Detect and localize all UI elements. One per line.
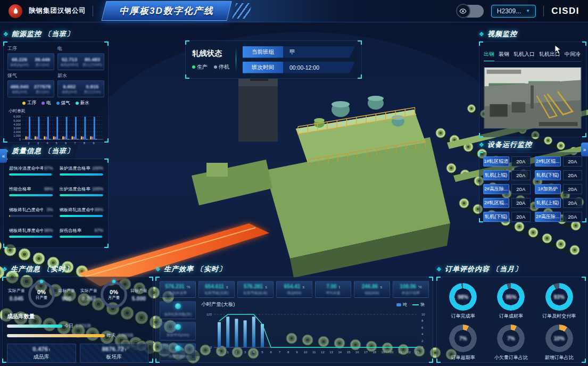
donut-gauge: 95% bbox=[497, 283, 525, 311]
stat-value-row: 576.281 s bbox=[244, 284, 267, 289]
device-row: 2#高压除...20A bbox=[483, 184, 531, 194]
status-pill-label: 班次时间 bbox=[243, 62, 283, 73]
svg-text:3,000: 3,000 bbox=[13, 127, 21, 130]
store-card[interactable]: 8876.72t板坯库 bbox=[80, 344, 149, 363]
quality-panel-header: ❖ 质量信息 〔当班〕 bbox=[3, 146, 109, 156]
panel-title-suffix: 〔当班〕 bbox=[44, 146, 74, 156]
device-label-button[interactable]: 1#轧区辊道 bbox=[483, 156, 509, 167]
svg-text:4,000: 4,000 bbox=[13, 123, 21, 126]
energy-card-label: 煤气 bbox=[7, 72, 54, 79]
line-status-legend: 生产停机 bbox=[192, 63, 229, 71]
legend-item[interactable]: 煤气 bbox=[56, 100, 70, 106]
panel-title-suffix: 〔实时〕 bbox=[196, 264, 226, 274]
gauge-target-value: 900 bbox=[57, 295, 76, 302]
device-value: 20A bbox=[511, 184, 531, 194]
device-value: 20A bbox=[563, 212, 582, 222]
gauge-target: 目标产量900 bbox=[57, 288, 76, 302]
stock-bar-fill bbox=[7, 334, 105, 337]
corner-bracket bbox=[436, 359, 441, 363]
stock-title: 成品库数量 bbox=[7, 313, 148, 320]
stat-unit: s bbox=[301, 285, 304, 289]
quality-label: 出炉温度合格率 bbox=[60, 186, 90, 192]
device-label-button[interactable]: 1#加热炉 bbox=[535, 184, 561, 194]
svg-text:16: 16 bbox=[355, 351, 359, 354]
gauge-target-label: 目标产量 bbox=[129, 288, 148, 294]
status-label: 生产 bbox=[197, 63, 208, 71]
diamond-icon: ❖ bbox=[436, 266, 442, 273]
device-value: 20A bbox=[511, 170, 531, 180]
energy-value: 0.915 bbox=[86, 84, 99, 89]
store-card[interactable]: 0.476t成品库 bbox=[7, 344, 76, 363]
donut-value: 10% bbox=[554, 336, 565, 342]
quality-value: 3% bbox=[47, 207, 53, 212]
stock-bar-value: 3,893块 bbox=[118, 332, 134, 339]
video-tab-4[interactable]: 轧机出口 bbox=[539, 51, 560, 58]
svg-text:1: 1 bbox=[227, 351, 229, 354]
video-tab-2[interactable]: 装钢 bbox=[499, 51, 509, 58]
video-feed[interactable] bbox=[484, 67, 582, 129]
device-label-button[interactable]: 轧机(上辊) bbox=[483, 170, 509, 180]
device-select-value: H2309... bbox=[497, 7, 521, 15]
right-collapse-handle[interactable]: » bbox=[581, 143, 588, 156]
quality-bar-fill bbox=[9, 236, 52, 238]
energy-panel: ❖ 能源监控 〔当班〕 工序68.226单耗(kgce/t)39.449累计(t… bbox=[3, 29, 109, 143]
stock-bar-label: 今日 bbox=[64, 323, 73, 329]
legend-item[interactable]: 工序 bbox=[22, 100, 36, 106]
svg-text:8: 8 bbox=[84, 142, 86, 145]
stat-dot-icon bbox=[175, 345, 181, 351]
status-label: 停机 bbox=[219, 63, 229, 71]
device-label-button[interactable]: 轧机(下辊) bbox=[535, 170, 561, 180]
stat-value: 246.86 bbox=[362, 284, 378, 289]
energy-card-values: 6.652单耗(m³/t)0.915累计(万m³) bbox=[57, 80, 104, 97]
left-collapse-handle[interactable]: « bbox=[0, 149, 7, 163]
video-tab-3[interactable]: 轧机入口 bbox=[514, 51, 535, 58]
devices-panel: ❖ 设备运行监控 1#轧区辊道20A2#轧区辊...20A轧机(上辊)20A轧机… bbox=[479, 139, 586, 222]
video-tab-1[interactable]: 出钢 bbox=[484, 51, 494, 58]
device-select-dropdown[interactable]: H2309... ▼ bbox=[491, 5, 536, 18]
legend-item[interactable]: 电 bbox=[42, 100, 51, 106]
stat-value-row: 654.611 s bbox=[205, 284, 228, 289]
energy-value: 6.652 bbox=[63, 84, 76, 89]
device-row: 2#高压除...20A bbox=[535, 212, 582, 222]
device-label-button[interactable]: 2#轧区辊... bbox=[535, 156, 561, 167]
orders-panel: ❖ 订单评价内容 〔当月〕 98%订单完成率95%订单成材率93%订单及时交付率… bbox=[436, 264, 586, 363]
legend-item-tons[interactable]: 吨 bbox=[396, 302, 407, 307]
device-label-button[interactable]: 2#高压除... bbox=[483, 184, 509, 194]
legend-item[interactable]: 新水 bbox=[76, 100, 89, 106]
quality-row: 钢板终轧温度命中率99% bbox=[60, 207, 104, 213]
device-row: 轧机(上辊)20A bbox=[483, 170, 531, 180]
video-tab-5[interactable]: 中间冷 bbox=[565, 51, 581, 58]
quality-row: 出炉温度合格率100% bbox=[60, 186, 104, 192]
donut-gauge: 7% bbox=[449, 325, 477, 352]
diamond-icon: ❖ bbox=[479, 142, 485, 148]
device-label-button[interactable]: 轧机(上辊) bbox=[535, 198, 561, 208]
device-label-button[interactable]: 2#高压除... bbox=[535, 212, 561, 222]
energy-card-values: 52.713单耗(kWh/t)80.483累计(万kWh) bbox=[57, 53, 104, 70]
hour-chart-wrap: 小时产量(大板) 吨 块 120002468100123456789101112… bbox=[200, 301, 429, 361]
quality-value: 97% bbox=[95, 228, 104, 233]
svg-text:15: 15 bbox=[347, 351, 351, 354]
efficiency-panel-body: 576.231 %轧机作业率654.611 s轧制节奏(实际)576.281 s… bbox=[155, 277, 433, 363]
device-label-button[interactable]: 2#轧区辊... bbox=[483, 198, 509, 208]
stock-bar-label: 昨天 bbox=[107, 332, 116, 339]
svg-text:3: 3 bbox=[37, 142, 39, 145]
donut-value: 95% bbox=[506, 294, 516, 300]
quality-bar bbox=[60, 173, 104, 176]
svg-text:2: 2 bbox=[236, 351, 238, 354]
corner-bracket bbox=[3, 41, 7, 46]
video-tabs: 出钢装钢轧机入口轧机出口中间冷电动辊 bbox=[484, 42, 582, 62]
legend-label: 煤气 bbox=[61, 100, 70, 106]
svg-text:2,000: 2,000 bbox=[13, 130, 21, 134]
energy-card-col: 486.040单耗(m³/t) bbox=[8, 81, 31, 97]
stock-bars: 今日1,801块昨天3,893块 bbox=[7, 323, 148, 339]
line-status-panel: 轧线状态 生产停机 当前班组甲班次时间00:00-12:00 bbox=[185, 38, 362, 79]
energy-value: 80.483 bbox=[85, 56, 100, 62]
status-pill: 当前班组甲 bbox=[243, 46, 355, 58]
visibility-toggle[interactable] bbox=[457, 5, 484, 18]
energy-card-label: 新水 bbox=[57, 72, 104, 79]
donut-gauge: 98% bbox=[449, 283, 477, 311]
video-panel-body: 出钢装钢轧机入口轧机出口中间冷电动辊 bbox=[479, 41, 586, 137]
corner-bracket bbox=[149, 359, 153, 363]
legend-item-pieces[interactable]: 块 bbox=[412, 302, 425, 307]
device-label-button[interactable]: 轧机(下辊) bbox=[483, 212, 509, 222]
